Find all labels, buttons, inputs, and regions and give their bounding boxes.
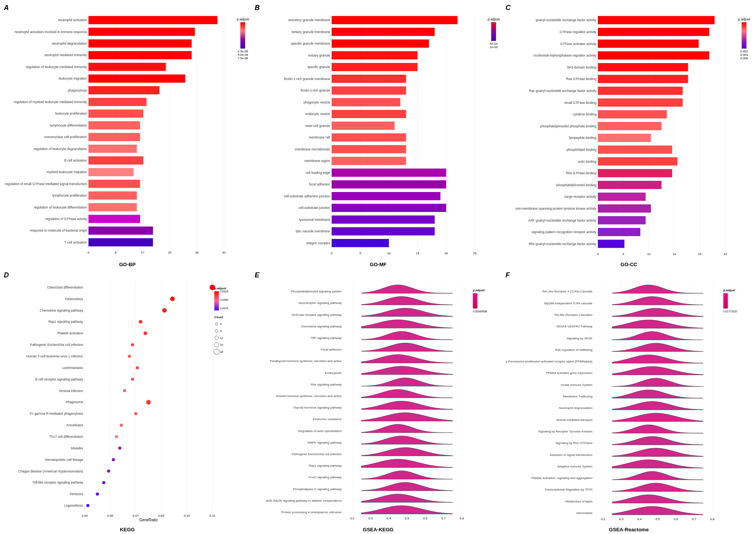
svg-text:Neurotrophin signaling pathway: Neurotrophin signaling pathway	[299, 301, 342, 305]
bar-4	[88, 63, 166, 71]
svg-text:non-membrane spanning protein : non-membrane spanning protein tyrosine k…	[516, 207, 597, 210]
svg-text:regulation of leukocyte degran: regulation of leukocyte degranulation	[33, 147, 87, 151]
panel-E: E 0.20.30.40.50.60.70.8Phosphatidylinosi…	[255, 271, 502, 532]
bar-9	[598, 122, 662, 130]
panel-A-inner: 0817253442neutrophil activationneutrophi…	[4, 4, 251, 267]
ridge-3	[361, 320, 452, 328]
panel-F: F 0.20.30.40.50.60.70.8Toll Like Recepto…	[506, 271, 752, 532]
ridge-13	[612, 436, 703, 445]
panel-C-legend: p.adjust 0.002 0.004 0.006	[738, 17, 750, 60]
svg-text:0.3: 0.3	[369, 517, 373, 520]
svg-text:Fc gamma R-mediated phagocytos: Fc gamma R-mediated phagocytosis	[30, 412, 83, 416]
svg-text:0: 0	[597, 252, 599, 256]
svg-text:regulation of small GTPase med: regulation of small GTPase mediated sign…	[5, 182, 87, 186]
ridge-5	[361, 343, 452, 351]
svg-text:phosphatidylinositol phosphate: phosphatidylinositol phosphate binding	[540, 124, 596, 128]
panel-A-legend: p.adjust 2.5e-08 5.0e-08 7.5e-08	[237, 17, 249, 60]
legend-val3-C: 0.006	[740, 57, 748, 60]
svg-text:neutrophil activation: neutrophil activation	[58, 18, 87, 22]
svg-text:20: 20	[444, 252, 448, 255]
ridge-13	[361, 436, 452, 444]
bar-3	[88, 51, 192, 59]
svg-text:regulation of leukocyte mediat: regulation of leukocyte mediated immunit…	[26, 65, 87, 69]
svg-text:myeloid leukocyte migration: myeloid leukocyte migration	[47, 170, 87, 174]
dot-4	[144, 332, 147, 335]
svg-text:regulation of myeloid leukocyt: regulation of myeloid leukocyte mediated…	[14, 100, 87, 104]
svg-text:Growth hormone synthesis, secr: Growth hormone synthesis, secretion and …	[276, 394, 342, 398]
svg-text:MyD88-independent TLR4 cascade: MyD88-independent TLR4 cascade	[544, 302, 592, 305]
svg-text:10: 10	[387, 252, 391, 255]
ridge-15	[361, 459, 452, 467]
ridge-7	[612, 367, 703, 375]
panel-F-label: F	[506, 271, 510, 279]
ridge-18	[612, 495, 703, 503]
legend-val3-A: 7.5e-08	[238, 57, 248, 60]
dot-7	[136, 366, 139, 369]
svg-text:specific granule membrane: specific granule membrane	[291, 42, 330, 45]
svg-point-139	[215, 336, 219, 340]
ridgeChartE-svg: 0.20.30.40.50.60.70.8Phosphatidylinosito…	[255, 280, 502, 524]
panel-D-dots: 0.040.060.070.090.100.12GeneRatioOsteocl…	[4, 280, 251, 525]
svg-text:Rap1 signaling pathway: Rap1 signaling pathway	[48, 320, 83, 324]
svg-text:0.2: 0.2	[350, 517, 355, 520]
svg-text:phospholipid binding: phospholipid binding	[566, 148, 596, 152]
bar-9	[88, 121, 140, 129]
ridge-11	[612, 413, 703, 422]
legend-gradient-B	[491, 22, 496, 41]
svg-text:0.4: 0.4	[638, 517, 642, 521]
svg-text:ficolin-1-rich granule: ficolin-1-rich granule	[300, 88, 330, 92]
bar-5	[88, 75, 185, 83]
svg-text:phagocytosis: phagocytosis	[68, 88, 87, 92]
dot-18	[96, 492, 99, 496]
dot-12	[120, 424, 123, 427]
svg-text:membrane raft: membrane raft	[309, 135, 330, 139]
svg-point-143	[214, 349, 219, 354]
bar-9	[332, 122, 395, 130]
bar-17	[332, 215, 435, 224]
svg-text:lymphocyte differentiation: lymphocyte differentiation	[50, 123, 87, 127]
bar-7	[88, 98, 147, 106]
svg-text:Protein processing in endoplas: Protein processing in endoplasmic reticu…	[281, 511, 342, 514]
svg-text:15: 15	[220, 344, 223, 346]
bar-1	[332, 28, 435, 36]
svg-text:Leishmaniasis: Leishmaniasis	[62, 366, 83, 370]
panel-B-title: GO-MF	[255, 262, 502, 267]
ridge-4	[361, 331, 452, 340]
svg-text:Rho GTPase binding: Rho GTPase binding	[566, 171, 596, 175]
svg-text:neutrophil degranulation: neutrophil degranulation	[52, 42, 87, 45]
bar-2	[598, 40, 699, 48]
svg-text:T cell activation: T cell activation	[65, 240, 87, 244]
bar-15	[598, 193, 646, 201]
svg-text:0.2: 0.2	[601, 517, 606, 521]
svg-text:phosphatidylinositol binding: phosphatidylinositol binding	[556, 183, 596, 187]
bar-19	[332, 239, 389, 247]
svg-text:Osteoclast differentiation: Osteoclast differentiation	[47, 285, 83, 289]
ridge-9	[361, 389, 452, 398]
svg-text:Pathogenic Escherichia coli in: Pathogenic Escherichia coli infection	[292, 452, 342, 456]
svg-text:0.6: 0.6	[674, 517, 678, 521]
svg-text:0.09: 0.09	[158, 514, 164, 517]
svg-text:secretory granule membrane: secretory granule membrane	[288, 18, 330, 22]
svg-text:15: 15	[416, 252, 419, 255]
svg-text:cytokine binding: cytokine binding	[573, 112, 596, 116]
bar-16	[598, 204, 651, 212]
bar-5	[598, 75, 688, 83]
svg-text:0: 0	[331, 252, 333, 255]
dot-1	[170, 297, 175, 301]
bar-0	[332, 16, 457, 24]
svg-text:signaling pattern recognition : signaling pattern recognition receptor a…	[532, 230, 597, 234]
svg-text:0.4: 0.4	[387, 517, 391, 520]
svg-text:0.01772027: 0.01772027	[723, 310, 738, 313]
dot-15	[112, 458, 115, 461]
panel-A: A 0817253442neutrophil activationneutrop…	[4, 4, 251, 267]
svg-text:Vesicle-mediated transport: Vesicle-mediated transport	[556, 418, 592, 422]
dot-16	[107, 470, 110, 473]
svg-text:actin binding: actin binding	[578, 160, 596, 164]
svg-text:lysosomal membrane: lysosomal membrane	[299, 218, 330, 222]
bar-2	[88, 39, 192, 47]
panel-B-label: B	[255, 4, 260, 12]
dot-2	[162, 308, 167, 313]
svg-text:cell-substrate junction: cell-substrate junction	[299, 206, 330, 210]
svg-rect-130	[214, 291, 219, 310]
panel-B-legend: p.adjust 5e-04 1e-03	[487, 17, 500, 49]
